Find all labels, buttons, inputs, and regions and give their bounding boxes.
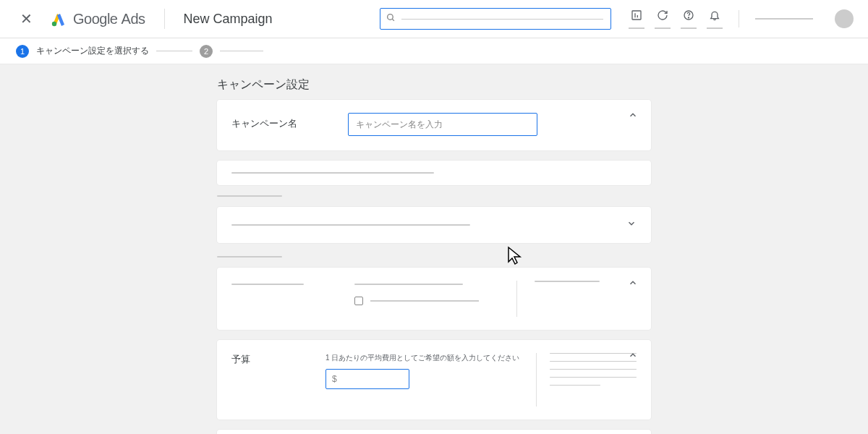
collapse-button[interactable] [628, 110, 638, 123]
section-sublabel [217, 195, 282, 197]
campaign-name-card: キャンペーン名 キャンペーン名を入力 [217, 100, 651, 150]
google-ads-logo-icon [50, 10, 67, 27]
divider [739, 10, 739, 27]
info-line [550, 385, 600, 386]
placeholder-line [354, 284, 463, 285]
bell-icon [709, 9, 720, 25]
chevron-down-icon [626, 218, 637, 231]
next-card-peek[interactable] [217, 430, 651, 434]
collapse-button[interactable] [628, 350, 638, 363]
budget-card: 予算 1 日あたりの平均費用としてご希望の額を入力してください $ [217, 340, 651, 420]
info-line [550, 377, 637, 378]
collapsed-card-2[interactable] [217, 207, 651, 243]
section-heading: キャンペーン設定 [217, 77, 651, 93]
checkbox[interactable] [354, 297, 363, 305]
schedule-card [217, 268, 651, 330]
step-connector [156, 51, 192, 51]
campaign-name-placeholder: キャンペーン名を入力 [356, 119, 443, 131]
info-line [550, 369, 637, 370]
svg-point-1 [388, 14, 393, 20]
svg-rect-3 [632, 11, 641, 20]
budget-label: 予算 [231, 353, 326, 366]
collapsed-card-1[interactable] [217, 161, 651, 185]
search-input[interactable] [380, 8, 611, 30]
info-line [550, 361, 637, 362]
refresh-icon [657, 9, 668, 25]
search-icon [380, 13, 401, 25]
campaign-name-label: キャンペーン名 [231, 113, 297, 130]
placeholder-line [231, 224, 470, 226]
currency-prefix: $ [332, 374, 337, 384]
svg-point-0 [52, 22, 56, 26]
divider [516, 281, 517, 317]
header-actions [629, 9, 854, 29]
budget-info-panel [536, 353, 637, 407]
campaign-stepper: 1 キャンペーン設定を選択する 2 [0, 38, 868, 64]
budget-input[interactable]: $ [326, 369, 409, 389]
divider [164, 9, 165, 29]
step-1-label[interactable]: キャンペーン設定を選択する [36, 45, 149, 57]
schedule-left-col [231, 281, 354, 299]
placeholder-line [231, 284, 304, 285]
bar-chart-icon [631, 9, 642, 25]
search-placeholder [401, 19, 603, 20]
svg-line-2 [392, 19, 394, 21]
page-title: New Campaign [184, 12, 273, 27]
schedule-right-col [535, 281, 600, 282]
svg-point-7 [688, 17, 689, 17]
brand-text: Google Ads [73, 11, 145, 27]
step-2-label [220, 51, 263, 51]
close-icon[interactable]: ✕ [20, 10, 50, 27]
help-button[interactable] [681, 9, 697, 29]
main-content: キャンペーン設定 キャンペーン名 キャンペーン名を入力 [0, 64, 868, 434]
notifications-button[interactable] [707, 9, 723, 29]
checkbox-label [370, 300, 479, 302]
schedule-middle-col [354, 281, 499, 305]
reports-button[interactable] [629, 9, 644, 29]
avatar[interactable] [835, 9, 854, 28]
campaign-name-input[interactable]: キャンペーン名を入力 [348, 113, 537, 136]
budget-help-text: 1 日あたりの平均費用としてご希望の額を入力してください [326, 353, 522, 363]
step-1-badge[interactable]: 1 [16, 45, 29, 58]
refresh-button[interactable] [655, 9, 671, 29]
step-2-badge[interactable]: 2 [200, 45, 213, 58]
account-label[interactable] [755, 18, 813, 20]
placeholder-line [535, 281, 600, 282]
brand-logo-group[interactable]: Google Ads [50, 10, 145, 27]
app-header: ✕ Google Ads New Campaign [0, 0, 868, 38]
section-sublabel [217, 256, 282, 258]
placeholder-line [231, 172, 434, 174]
help-icon [683, 9, 694, 25]
info-line [550, 353, 637, 354]
collapse-button[interactable] [628, 278, 638, 291]
